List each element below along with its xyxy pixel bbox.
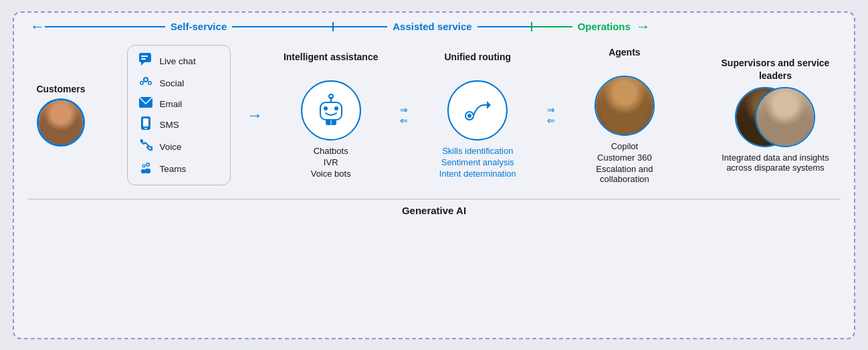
agents-title: Agents <box>609 46 640 70</box>
voice-icon <box>138 138 153 156</box>
ia-item-2: Voice bots <box>311 169 351 179</box>
email-icon <box>138 96 153 112</box>
agents-item-1: Customer 360 <box>597 153 652 163</box>
svg-rect-0 <box>139 53 151 62</box>
small-arrow-right-2: ⇒ <box>547 105 555 114</box>
svg-rect-16 <box>145 169 150 173</box>
voice-label: Voice <box>160 142 182 152</box>
ur-title: Unified routing <box>445 51 512 75</box>
operations-label: Operations <box>578 21 631 32</box>
agents-item-2: Escalation and collaboration <box>572 164 676 184</box>
arrow-to-ia: → <box>247 106 263 124</box>
small-arrow-left-1: ⇐ <box>400 116 408 125</box>
unified-routing-col: Unified routing Skills identification Se… <box>426 51 530 179</box>
agent-photo <box>596 77 653 135</box>
ur-item-1: Sentiment analysis <box>441 157 514 167</box>
customers-label: Customers <box>36 84 85 94</box>
assisted-service-label: Assisted service <box>393 21 471 32</box>
svg-point-8 <box>140 82 142 84</box>
ia-item-1: IVR <box>324 157 338 167</box>
arrow-left-icon: ← <box>30 18 45 35</box>
agents-items: Copilot Customer 360 Escalation and coll… <box>572 141 676 184</box>
ia-icon-circle <box>301 80 361 141</box>
customer-avatar <box>37 98 85 147</box>
customer-photo <box>39 100 83 145</box>
svg-point-18 <box>146 163 148 165</box>
supervisors-item-0: Integrated data and insights across disp… <box>710 153 841 173</box>
header-bar: ← Self-service Assisted service Operatio… <box>14 13 854 38</box>
supervisors-items: Integrated data and insights across disp… <box>710 153 841 173</box>
assisted-line2 <box>477 26 531 27</box>
footer-label: Generative AI <box>27 199 841 220</box>
svg-marker-29 <box>487 101 491 109</box>
svg-point-28 <box>467 114 471 118</box>
channel-email: Email <box>138 96 219 112</box>
channels-box: Live chat Social <box>127 45 231 185</box>
social-icon <box>138 74 153 92</box>
svg-point-23 <box>324 106 328 110</box>
svg-point-22 <box>329 94 333 98</box>
supervisors-photos <box>735 87 815 147</box>
arrow-right-icon: → <box>247 106 263 124</box>
svg-rect-13 <box>144 128 147 129</box>
channel-teams: Teams <box>138 160 219 178</box>
svg-rect-12 <box>143 118 148 126</box>
live-chat-label: Live chat <box>160 56 196 66</box>
self-service-line2 <box>232 26 332 27</box>
customers-column: Customers <box>27 84 94 147</box>
teams-label: Teams <box>160 164 187 174</box>
ur-item-2: Intent determination <box>439 169 516 179</box>
self-service-label: Self-service <box>171 21 227 32</box>
channel-social: Social <box>138 74 219 92</box>
intelligent-assistance-col: Intelligent assistance <box>279 51 383 179</box>
supervisors-title: Supervisors and service leaders <box>710 57 841 81</box>
svg-rect-17 <box>141 169 146 173</box>
ur-items: Skills identification Sentiment analysis… <box>439 146 516 179</box>
svg-rect-2 <box>141 56 148 57</box>
supervisor-img-2 <box>756 88 814 146</box>
channel-live-chat: Live chat <box>138 52 219 70</box>
agents-item-0: Copilot <box>611 141 638 151</box>
ur-icon-circle <box>447 80 508 141</box>
ops-line <box>532 26 572 27</box>
supervisor-photo-2 <box>755 87 815 147</box>
small-arrow-left-2: ⇐ <box>547 116 555 125</box>
agent-photo-circle <box>594 76 655 136</box>
ia-items: Chatbots IVR Voice bots <box>311 146 351 179</box>
sms-label: SMS <box>160 120 179 130</box>
bidir-arrow-1: ⇒ ⇐ <box>400 105 408 125</box>
svg-rect-20 <box>320 102 342 120</box>
svg-point-24 <box>334 106 338 110</box>
channel-sms: SMS <box>138 116 219 134</box>
self-service-line <box>45 26 165 27</box>
svg-point-19 <box>142 165 144 166</box>
small-arrow-right-1: ⇒ <box>400 105 408 114</box>
channel-voice: Voice <box>138 138 219 156</box>
social-label: Social <box>160 78 185 88</box>
svg-rect-3 <box>141 58 146 60</box>
ia-title: Intelligent assistance <box>284 51 378 75</box>
teams-icon <box>138 160 153 178</box>
svg-point-9 <box>148 82 150 84</box>
chat-icon <box>138 52 153 70</box>
agents-col: Agents Copilot Customer 360 Escalation a… <box>572 46 676 184</box>
supervisors-col: Supervisors and service leaders Integrat… <box>710 57 841 172</box>
svg-marker-1 <box>141 62 144 66</box>
bidir-arrow-2: ⇒ ⇐ <box>547 105 555 125</box>
ia-item-0: Chatbots <box>314 146 348 156</box>
ur-item-0: Skills identification <box>442 146 513 156</box>
content-area: Customers Live chat <box>14 38 854 199</box>
main-diagram: ← Self-service Assisted service Operatio… <box>13 11 855 339</box>
arrow-right-green-icon: → <box>636 18 651 35</box>
svg-point-7 <box>144 78 147 81</box>
sms-icon <box>138 116 153 134</box>
assisted-line1 <box>334 26 387 27</box>
email-label: Email <box>160 99 183 109</box>
